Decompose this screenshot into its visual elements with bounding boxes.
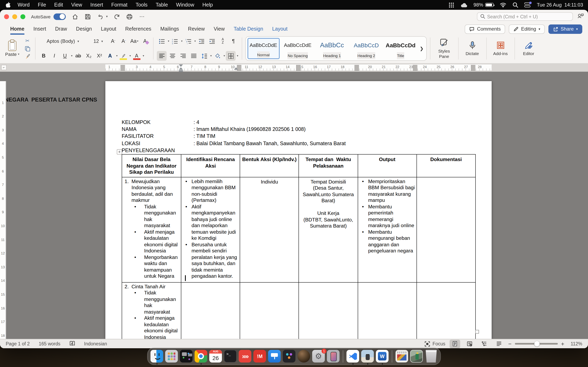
table-cell[interactable]: •Memprioritaskan BBM Bersubsidi bagi mas… (358, 177, 416, 282)
dock-app-doc-file[interactable] (396, 350, 408, 363)
format-painter-button[interactable] (23, 52, 32, 60)
table-cell[interactable]: •Lebih memilih menggunakan BBM non-subsi… (181, 177, 240, 282)
close-window-button[interactable] (4, 14, 9, 19)
wifi-icon[interactable] (500, 2, 506, 7)
styles-pane-button[interactable]: Styles Pane (433, 36, 455, 61)
table-header-cell[interactable]: Dokumentasi (417, 154, 476, 177)
undo-menu-chevron-icon[interactable]: ▾ (106, 15, 108, 18)
outline-view-button[interactable] (479, 340, 489, 348)
menu-item[interactable]: Word (13, 2, 34, 8)
dock-app-image-file[interactable] (410, 350, 423, 363)
style-card[interactable]: AaBbCc Heading 1 (316, 38, 348, 59)
dock-app-trash[interactable] (425, 350, 438, 363)
paste-button[interactable]: Paste▾ (3, 37, 21, 60)
table-resize-handle[interactable] (475, 330, 479, 334)
underline-button[interactable]: U (60, 51, 70, 61)
table-column-marker[interactable] (296, 65, 301, 71)
minimize-window-button[interactable] (12, 14, 17, 19)
font-color-button[interactable]: A (132, 51, 141, 61)
table-cell[interactable]: Individu (240, 177, 299, 282)
table-cell[interactable] (358, 282, 416, 339)
borders-button[interactable] (226, 51, 236, 61)
zoom-slider-knob[interactable] (535, 341, 540, 346)
dock-app-system-settings[interactable]: ⚙1 (312, 350, 325, 363)
ribbon-tab[interactable]: Review (183, 24, 209, 34)
sort-button[interactable]: AZ (218, 36, 228, 46)
dock-app-word[interactable]: W (376, 350, 389, 363)
dock-app-window-manager[interactable] (180, 350, 192, 363)
more-toolbar-button[interactable]: ⋯ (138, 13, 146, 20)
zoom-window-button[interactable] (20, 14, 25, 19)
draft-view-button[interactable] (493, 340, 504, 348)
table-column-marker[interactable] (471, 65, 475, 71)
focus-mode-button[interactable]: Focus (425, 341, 445, 346)
bullets-button[interactable] (157, 36, 167, 46)
zoom-out-button[interactable]: − (508, 341, 511, 347)
dock-app-preview-app[interactable] (361, 350, 374, 363)
apple-menu-icon[interactable] (5, 2, 11, 8)
onedrive-cloud-icon[interactable] (460, 2, 467, 8)
table-cell[interactable] (299, 282, 358, 339)
multilevel-list-button[interactable]: 1ai (183, 36, 193, 46)
menu-bar-clock[interactable]: Tue 26 Aug 14:11:03 (537, 2, 583, 8)
comments-button[interactable]: Comments (465, 24, 505, 34)
table-cell[interactable] (417, 282, 476, 339)
dock-app-launchpad[interactable] (165, 350, 178, 363)
font-size-select[interactable]: 12▾ (89, 36, 107, 46)
editor-button[interactable]: Editor (518, 36, 539, 61)
editing-mode-button[interactable]: Editing▾ (509, 24, 545, 34)
menu-item[interactable]: Help (198, 2, 217, 8)
clear-formatting-button[interactable]: A (140, 36, 150, 46)
justify-button[interactable] (189, 51, 199, 61)
menu-item[interactable]: Table (152, 2, 172, 8)
save-button[interactable] (84, 13, 91, 20)
autosave-toggle[interactable] (53, 13, 66, 20)
ribbon-tab[interactable]: Table Design (229, 24, 268, 34)
dictate-button[interactable]: Dictate (462, 36, 483, 61)
addins-button[interactable]: Add-ins (490, 36, 511, 61)
dock-app-m-red[interactable]: !M (253, 350, 266, 363)
cut-button[interactable]: ✂ (23, 37, 32, 45)
undo-button[interactable] (96, 13, 104, 20)
style-card[interactable]: AaBbCcDdE Normal (247, 38, 279, 59)
left-indent-marker[interactable] (179, 70, 183, 72)
ribbon-tab[interactable]: View (209, 24, 229, 34)
meta-row[interactable]: NAMA : Imam Miftahul Khaira (19960828 20… (122, 126, 346, 133)
dock-app-finder[interactable] (150, 350, 163, 363)
table-cell[interactable]: 1.Mewujudkan Indonesia yang berdaulat, a… (122, 177, 181, 282)
align-right-button[interactable] (178, 51, 188, 61)
align-left-button[interactable] (157, 51, 167, 61)
word-count[interactable]: 165 words (39, 341, 61, 346)
document-page[interactable]: RENCANA AKSI BELA NEGARA PESERTA LATSAR … (105, 81, 492, 339)
zoom-in-button[interactable]: + (561, 341, 564, 347)
table-header-cell[interactable]: Output (358, 154, 416, 177)
align-center-button[interactable] (167, 51, 177, 61)
table-cell[interactable] (240, 282, 299, 339)
grow-font-button[interactable]: Aˆ (108, 36, 118, 46)
document-table[interactable]: Nilai Dasar Bela Negara dan Indikator Si… (122, 154, 476, 339)
copy-button[interactable] (23, 45, 32, 52)
dock-app-terminal[interactable]: >_ (224, 350, 237, 363)
decrease-indent-button[interactable] (197, 36, 207, 46)
ribbon-tab[interactable]: Layout (96, 24, 121, 34)
proofing-status-icon[interactable] (69, 341, 75, 347)
bold-button[interactable]: B (39, 51, 49, 61)
highlight-color-button[interactable] (118, 51, 128, 61)
ribbon-tab[interactable]: Insert (29, 24, 51, 34)
ribbon-tab[interactable]: Layout (268, 24, 292, 34)
subscript-button[interactable]: X₂ (84, 51, 94, 61)
menu-item[interactable]: Window (172, 2, 198, 8)
table-header-cell[interactable]: Identifikasi Rencana Aksi (181, 154, 240, 177)
spotlight-search-icon[interactable] (512, 2, 518, 8)
numbering-button[interactable]: 123 (170, 36, 180, 46)
dock-app-vscode[interactable] (346, 350, 359, 363)
home-button[interactable] (71, 13, 79, 20)
table-cell[interactable] (417, 177, 476, 282)
increase-indent-button[interactable] (207, 36, 217, 46)
italic-button[interactable]: I (49, 51, 59, 61)
table-column-marker[interactable] (413, 65, 417, 71)
search-input[interactable] (487, 14, 570, 19)
dock-app-keynote[interactable] (268, 350, 281, 363)
styles-gallery-expand-icon[interactable]: ❯ (419, 46, 424, 51)
table-header-cell[interactable]: Bentuk Aksi (Klp/Indv.) (240, 154, 299, 177)
